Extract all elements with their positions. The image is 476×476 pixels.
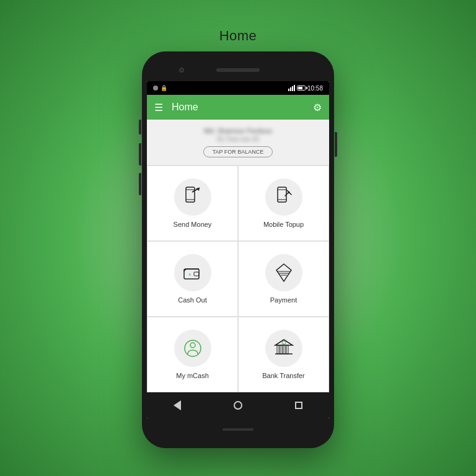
svg-rect-9	[184, 269, 199, 279]
mobile-topup-icon-circle	[265, 178, 302, 216]
user-name: Md. Shamour Ferdous	[153, 127, 323, 134]
svg-text:৳: ৳	[188, 272, 191, 276]
bottom-bezel	[147, 418, 329, 441]
camera-dot	[179, 68, 184, 73]
clock-time: 10:58	[307, 85, 323, 92]
payment-label: Payment	[270, 296, 297, 304]
page-title: Home	[219, 28, 257, 44]
status-indicator-dot	[153, 86, 158, 90]
lock-icon: 🔒	[161, 85, 167, 91]
bottom-bar	[223, 428, 253, 431]
svg-rect-19	[280, 345, 282, 354]
hamburger-icon[interactable]: ☰	[154, 102, 163, 113]
top-bezel	[147, 59, 329, 81]
status-bar: 🔒 10:58	[147, 81, 329, 95]
volume-up-button[interactable]	[139, 120, 141, 134]
send-money-icon	[182, 186, 204, 208]
payment-item[interactable]: Payment	[238, 241, 329, 317]
home-button[interactable]	[229, 397, 247, 414]
cash-out-icon: ৳	[182, 262, 204, 284]
recents-button[interactable]	[290, 397, 307, 414]
svg-rect-21	[286, 345, 288, 354]
back-button[interactable]	[169, 397, 186, 414]
app-bar-title: Home	[172, 102, 313, 113]
user-info-card: Md. Shamour Ferdous 01-7xxx-xxx-15 TAP F…	[147, 120, 329, 165]
app-bar: ☰ Home ⚙	[147, 95, 329, 120]
svg-rect-10	[194, 272, 199, 276]
power-button[interactable]	[335, 132, 337, 157]
svg-rect-18	[277, 345, 279, 354]
bank-transfer-icon-circle: $	[265, 330, 302, 367]
cash-out-item[interactable]: ৳ Cash Out	[147, 241, 238, 317]
payment-icon-circle	[265, 254, 302, 291]
svg-point-16	[190, 343, 195, 348]
send-money-label: Send Money	[174, 221, 212, 228]
battery-icon	[297, 86, 306, 90]
volume-down-button[interactable]	[139, 143, 141, 165]
my-mcash-label: My mCash	[176, 372, 209, 379]
status-right: 10:58	[288, 85, 323, 92]
bottom-nav	[147, 392, 329, 418]
my-mcash-icon	[182, 337, 204, 359]
signal-icon	[288, 85, 295, 91]
cash-out-label: Cash Out	[178, 296, 206, 304]
mobile-topup-item[interactable]: Mobile Topup	[238, 165, 329, 241]
bank-transfer-item[interactable]: $ Bank Transfer	[238, 317, 329, 392]
balance-button[interactable]: TAP FOR BALANCE	[203, 146, 273, 157]
phone-shell: 🔒 10:58 ☰ Home ⚙ Md. Sh	[142, 51, 334, 448]
mobile-topup-label: Mobile Topup	[263, 221, 304, 228]
payment-icon	[273, 262, 295, 284]
svg-point-8	[288, 192, 289, 193]
my-mcash-item[interactable]: My mCash	[147, 317, 238, 392]
bank-transfer-icon: $	[273, 337, 295, 359]
svg-rect-20	[283, 345, 285, 354]
send-money-item[interactable]: Send Money	[147, 165, 238, 241]
send-money-icon-circle	[174, 178, 211, 216]
my-mcash-icon-circle	[174, 330, 211, 367]
mobile-topup-icon	[273, 186, 295, 208]
settings-icon[interactable]: ⚙	[313, 102, 322, 113]
speaker-grille	[216, 68, 260, 72]
user-phone: 01-7xxx-xxx-15	[153, 136, 323, 143]
cash-out-icon-circle: ৳	[174, 254, 211, 291]
bank-transfer-label: Bank Transfer	[262, 372, 304, 379]
menu-grid: Send Money Mobile Topup	[147, 165, 329, 392]
silent-button[interactable]	[139, 173, 141, 195]
phone-screen: 🔒 10:58 ☰ Home ⚙ Md. Sh	[147, 81, 329, 418]
status-left: 🔒	[153, 85, 167, 91]
